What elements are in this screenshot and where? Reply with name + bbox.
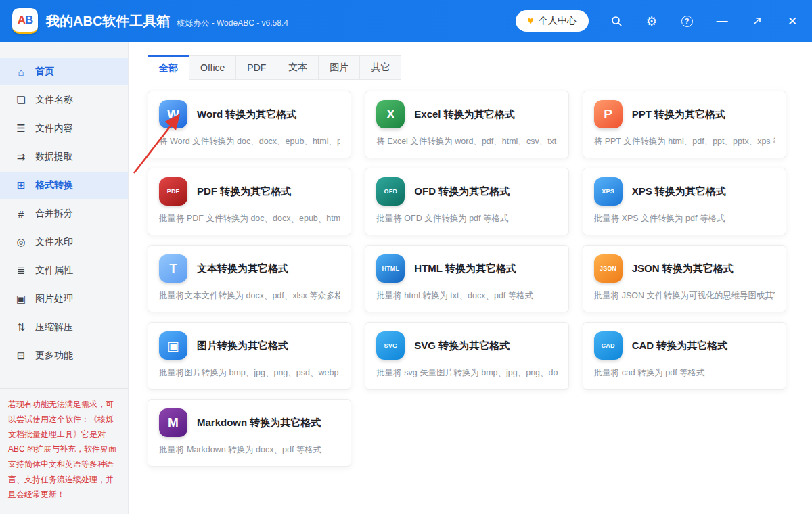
tool-card[interactable]: SVG SVG 转换为其它格式 批量将 svg 矢量图片转换为 bmp、jpg、… [365, 322, 568, 390]
heart-icon: ♥ [528, 16, 535, 26]
ofd-icon: OFD [376, 177, 405, 206]
card-description: 批量将图片转换为 bmp、jpg、png、psd、webp、 [159, 367, 340, 379]
html-icon: HTML [376, 254, 405, 283]
card-description: 将 Excel 文件转换为 word、pdf、html、csv、txt、s [376, 136, 557, 147]
app-logo: AB [12, 8, 38, 34]
card-description: 批量将 Markdown 转换为 docx、pdf 等格式 [159, 444, 340, 456]
merge-split-icon: # [15, 208, 27, 220]
app-window: AB 我的ABC软件工具箱 核烁办公 - WodeABC - v6.58.4 ♥… [0, 0, 812, 514]
tool-card[interactable]: M Markdown 转换为其它格式 批量将 Markdown 转换为 docx… [148, 399, 351, 467]
word-icon: W [159, 100, 187, 128]
card-title: 图片转换为其它格式 [197, 340, 288, 352]
sidebar-item-file-name[interactable]: ❏ 文件名称 [0, 87, 128, 114]
sidebar-item-file-content[interactable]: ☰ 文件内容 [0, 115, 128, 142]
tab-文本[interactable]: 文本 [277, 55, 319, 80]
watermark-icon: ◎ [15, 236, 27, 248]
tab-Office[interactable]: Office [189, 55, 236, 80]
ppt-icon: P [594, 100, 623, 128]
tab-全部[interactable]: 全部 [148, 55, 189, 80]
user-center-button[interactable]: ♥ 个人中心 [516, 10, 589, 32]
gear-icon: ⚙ [646, 14, 657, 29]
help-icon: ? [681, 16, 693, 27]
card-title: OFD 转换为其它格式 [414, 185, 510, 198]
compress-icon: ⇅ [15, 321, 27, 333]
sidebar-item-data-extract[interactable]: ⇉ 数据提取 [0, 143, 128, 170]
sidebar: ⌂ 首页 ❏ 文件名称 ☰ 文件内容 ⇉ 数据提取 ⊞ 格式转换 # 合并拆分 … [0, 42, 129, 514]
card-description: 批量将 XPS 文件转换为 pdf 等格式 [594, 213, 775, 225]
card-description: 将 PPT 文件转换为 html、pdf、ppt、pptx、xps 等格 [594, 136, 775, 147]
tool-card[interactable]: X Excel 转换为其它格式 将 Excel 文件转换为 word、pdf、h… [365, 91, 568, 158]
resize-button[interactable] [750, 14, 765, 28]
image-process-icon: ▣ [15, 293, 27, 305]
sidebar-item-more-functions[interactable]: ⊟ 更多功能 [0, 342, 128, 369]
svg-icon: SVG [376, 331, 405, 360]
app-subtitle: 核烁办公 - WodeABC - v6.58.4 [177, 14, 288, 29]
tool-card[interactable]: P PPT 转换为其它格式 将 PPT 文件转换为 html、pdf、ppt、p… [583, 91, 786, 158]
tool-card[interactable]: PDF PDF 转换为其它格式 批量将 PDF 文件转换为 doc、docx、e… [148, 168, 351, 235]
home-icon: ⌂ [15, 66, 27, 78]
card-title: JSON 转换为其它格式 [632, 262, 734, 275]
excel-icon: X [376, 100, 405, 128]
category-tabs: 全部 Office PDF 文本 图片 其它 [148, 55, 786, 80]
tool-card[interactable]: CAD CAD 转换为其它格式 批量将 cad 转换为 pdf 等格式 [583, 322, 786, 390]
sidebar-item-compress[interactable]: ⇅ 压缩解压 [0, 314, 128, 341]
card-title: HTML 转换为其它格式 [414, 262, 516, 275]
tool-card[interactable]: T 文本转换为其它格式 批量将文本文件转换为 docx、pdf、xlsx 等众多… [148, 245, 351, 312]
card-description: 批量将 html 转换为 txt、docx、pdf 等格式 [376, 290, 557, 302]
data-extract-icon: ⇉ [15, 151, 27, 163]
minimize-icon: — [717, 14, 728, 28]
tab-图片[interactable]: 图片 [319, 55, 360, 80]
sidebar-item-image-process[interactable]: ▣ 图片处理 [0, 285, 128, 312]
text-icon: T [159, 254, 187, 283]
tool-card[interactable]: ▣ 图片转换为其它格式 批量将图片转换为 bmp、jpg、png、psd、web… [148, 322, 351, 390]
sidebar-item-merge-split[interactable]: # 合并拆分 [0, 200, 128, 227]
user-center-label: 个人中心 [539, 15, 577, 27]
sidebar-item-watermark[interactable]: ◎ 文件水印 [0, 229, 128, 256]
tool-card[interactable]: XPS XPS 转换为其它格式 批量将 XPS 文件转换为 pdf 等格式 [583, 168, 786, 235]
tool-card-grid: W Word 转换为其它格式 将 Word 文件转换为 doc、docx、epu… [148, 91, 786, 467]
card-description: 批量将文本文件转换为 docx、pdf、xlsx 等众多格式 [159, 290, 340, 302]
sidebar-item-home[interactable]: ⌂ 首页 [0, 58, 128, 85]
search-button[interactable] [609, 14, 624, 28]
file-content-icon: ☰ [15, 122, 27, 135]
sidebar-nav: ⌂ 首页 ❏ 文件名称 ☰ 文件内容 ⇉ 数据提取 ⊞ 格式转换 # 合并拆分 … [0, 57, 128, 371]
tool-card[interactable]: JSON JSON 转换为其它格式 批量将 JSON 文件转换为可视化的思维导图… [583, 245, 786, 312]
search-icon [610, 15, 623, 27]
card-title: 文本转换为其它格式 [197, 262, 288, 275]
tool-card[interactable]: W Word 转换为其它格式 将 Word 文件转换为 doc、docx、epu… [148, 91, 351, 158]
tab-其它[interactable]: 其它 [360, 55, 401, 80]
card-description: 批量将 JSON 文件转换为可视化的思维导图或其它格式 [594, 290, 775, 302]
sidebar-item-file-props[interactable]: ≣ 文件属性 [0, 257, 128, 284]
tool-card[interactable]: HTML HTML 转换为其它格式 批量将 html 转换为 txt、docx、… [365, 245, 568, 312]
card-description: 将 Word 文件转换为 doc、docx、epub、html、pdf [159, 136, 340, 147]
minimize-button[interactable]: — [715, 14, 729, 28]
file-name-icon: ❏ [15, 94, 27, 106]
format-convert-icon: ⊞ [15, 179, 27, 191]
card-description: 批量将 cad 转换为 pdf 等格式 [594, 367, 775, 379]
settings-button[interactable]: ⚙ [644, 14, 659, 28]
main-content: 全部 Office PDF 文本 图片 其它 W Word 转换为其它格式 将 … [129, 42, 812, 514]
app-title: 我的ABC软件工具箱 [46, 12, 170, 30]
tab-PDF[interactable]: PDF [236, 55, 277, 80]
card-title: XPS 转换为其它格式 [632, 185, 726, 198]
more-functions-icon: ⊟ [15, 350, 27, 362]
card-title: CAD 转换为其它格式 [632, 340, 728, 352]
card-title: SVG 转换为其它格式 [414, 340, 510, 352]
image-convert-icon: ▣ [159, 331, 187, 360]
xps-icon: XPS [594, 177, 623, 206]
cad-icon: CAD [594, 331, 623, 360]
file-props-icon: ≣ [15, 264, 27, 277]
notice-text-2: 它是对 ABC 的扩展与补充，软件界面支持简体中文和英语等多种语言、支持任务流连… [8, 429, 116, 499]
card-title: PPT 转换为其它格式 [632, 108, 725, 121]
card-description: 批量将 PDF 文件转换为 doc、docx、epub、html、 [159, 213, 340, 225]
markdown-icon: M [159, 408, 187, 437]
card-title: Word 转换为其它格式 [197, 108, 296, 121]
close-button[interactable]: ✕ [785, 14, 800, 28]
help-button[interactable]: ? [679, 14, 694, 28]
tool-card[interactable]: OFD OFD 转换为其它格式 批量将 OFD 文件转换为 pdf 等格式 [365, 168, 568, 235]
sidebar-item-format-convert[interactable]: ⊞ 格式转换 [0, 172, 128, 199]
sidebar-notice: 若现有功能无法满足需求，可以尝试使用这个软件：《核烁文档批量处理工具》它是对 A… [0, 388, 128, 514]
resize-icon [752, 16, 763, 26]
card-title: Excel 转换为其它格式 [414, 108, 514, 121]
json-icon: JSON [594, 254, 623, 283]
